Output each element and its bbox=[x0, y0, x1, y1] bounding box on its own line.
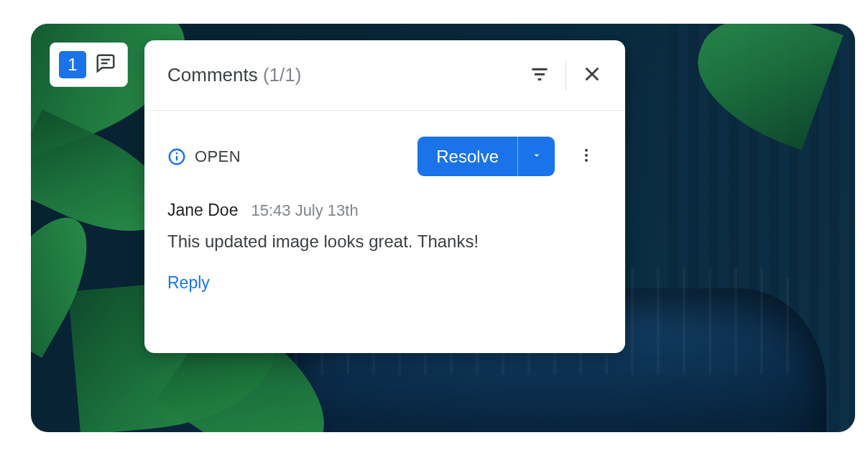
info-icon bbox=[167, 147, 186, 166]
panel-title-text: Comments bbox=[167, 64, 258, 86]
comment-count-pill[interactable]: 1 bbox=[50, 42, 128, 87]
resolve-dropdown-button[interactable] bbox=[517, 137, 555, 176]
comment-count-badge: 1 bbox=[59, 51, 86, 78]
status-left: OPEN bbox=[167, 147, 417, 166]
resolve-split-button[interactable]: Resolve bbox=[417, 137, 555, 176]
comment-message: This updated image looks great. Thanks! bbox=[167, 230, 602, 253]
svg-point-10 bbox=[585, 149, 588, 152]
svg-rect-4 bbox=[538, 78, 542, 81]
svg-point-12 bbox=[585, 159, 588, 162]
comment-timestamp: 15:43 July 13th bbox=[251, 201, 358, 220]
filter-button[interactable] bbox=[522, 58, 557, 93]
comment-icon bbox=[95, 52, 116, 77]
more-options-button[interactable] bbox=[569, 139, 604, 174]
more-vertical-icon bbox=[578, 147, 595, 166]
comment-count-value: 1 bbox=[68, 55, 77, 75]
header-divider bbox=[565, 60, 566, 91]
filter-icon bbox=[530, 64, 550, 86]
svg-point-11 bbox=[585, 154, 588, 157]
reply-button[interactable]: Reply bbox=[167, 273, 210, 293]
status-label: OPEN bbox=[195, 147, 241, 166]
caret-down-icon bbox=[531, 150, 542, 164]
resolve-label: Resolve bbox=[436, 147, 499, 167]
svg-point-9 bbox=[176, 152, 178, 154]
comment-meta: Jane Doe 15:43 July 13th bbox=[167, 201, 602, 220]
status-row: OPEN Resolve bbox=[144, 111, 625, 191]
resolve-button[interactable]: Resolve bbox=[417, 137, 517, 176]
svg-rect-2 bbox=[532, 68, 548, 70]
panel-header: Comments (1/1) bbox=[144, 40, 625, 111]
comments-panel: Comments (1/1) bbox=[144, 40, 625, 353]
comment-body: Jane Doe 15:43 July 13th This updated im… bbox=[144, 191, 625, 293]
close-button[interactable] bbox=[575, 58, 609, 93]
panel-title: Comments (1/1) bbox=[167, 64, 522, 86]
svg-rect-3 bbox=[535, 73, 545, 76]
comment-author: Jane Doe bbox=[167, 201, 238, 220]
close-icon bbox=[583, 65, 601, 86]
panel-title-count: (1/1) bbox=[263, 64, 301, 86]
